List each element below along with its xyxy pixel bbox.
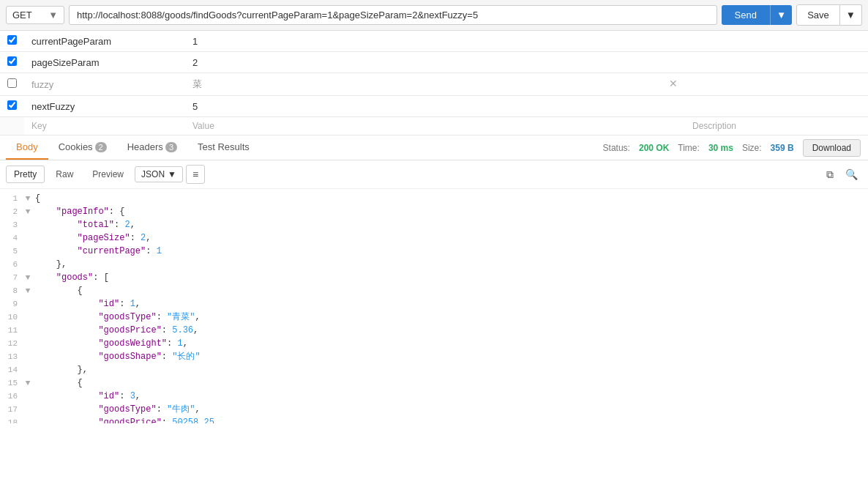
- params-key-header: Key: [24, 117, 185, 136]
- json-line: 2▼ "pageInfo": {: [0, 205, 868, 218]
- save-button[interactable]: Save: [796, 4, 840, 26]
- line-content: "pageInfo": {: [32, 205, 868, 218]
- line-content: "goodsType": "青菜",: [32, 311, 868, 324]
- json-line: 18 "goodsPrice": 50258.25,: [0, 416, 868, 423]
- params-check-cell[interactable]: [0, 73, 24, 96]
- line-content: },: [32, 363, 868, 376]
- line-toggle-icon[interactable]: ▼: [23, 376, 32, 390]
- download-button[interactable]: Download: [803, 139, 861, 157]
- line-number: 18: [0, 416, 23, 423]
- line-number: 16: [0, 390, 23, 403]
- json-line: 3 "total": 2,: [0, 218, 868, 231]
- line-number: 10: [0, 311, 23, 324]
- line-number: 6: [0, 258, 23, 271]
- params-checkbox[interactable]: [7, 35, 17, 45]
- params-row: pageSizeParam 2: [0, 52, 868, 73]
- preview-button[interactable]: Preview: [84, 166, 132, 183]
- line-content: },: [32, 258, 868, 271]
- json-area[interactable]: 1▼{2▼ "pageInfo": {3 "total": 2,4 "pageS…: [0, 189, 868, 423]
- copy-button[interactable]: ⧉: [822, 166, 838, 184]
- params-key-cell: currentPageParam: [24, 31, 185, 52]
- params-checkbox[interactable]: [7, 56, 17, 66]
- params-row: nextFuzzy 5: [0, 96, 868, 117]
- params-key-cell: pageSizeParam: [24, 52, 185, 73]
- line-toggle-icon[interactable]: ▼: [23, 192, 32, 205]
- json-line: 11 "goodsPrice": 5.36,: [0, 324, 868, 337]
- params-key-cell: nextFuzzy: [24, 96, 185, 117]
- time-value: 30 ms: [708, 143, 733, 153]
- line-number: 12: [0, 337, 23, 350]
- response-tab-body[interactable]: Body: [6, 136, 48, 160]
- method-arrow-icon: ▼: [48, 10, 58, 21]
- params-row: currentPageParam 1: [0, 31, 868, 52]
- params-val-cell: 菜✕: [185, 73, 685, 96]
- line-number: 4: [0, 231, 23, 245]
- json-line: 4 "pageSize": 2,: [0, 231, 868, 245]
- json-line: 10 "goodsType": "青菜",: [0, 311, 868, 324]
- delete-param-icon[interactable]: ✕: [669, 78, 678, 89]
- params-check-header: [0, 117, 24, 136]
- json-line: 7▼ "goods": [: [0, 271, 868, 284]
- copy-icon: ⧉: [826, 168, 834, 180]
- params-checkbox[interactable]: [7, 100, 17, 110]
- method-select[interactable]: GET ▼: [6, 6, 64, 24]
- save-dropdown-button[interactable]: ▼: [840, 4, 862, 26]
- line-content: "currentPage": 1: [32, 245, 868, 258]
- tab-badge: 3: [165, 142, 177, 152]
- format-arrow-icon: ▼: [168, 169, 176, 179]
- line-number: 9: [0, 297, 23, 311]
- url-input[interactable]: [69, 5, 717, 25]
- line-content: {: [32, 284, 868, 297]
- response-tab-test-results[interactable]: Test Results: [187, 136, 260, 160]
- format-select[interactable]: JSON ▼: [135, 166, 183, 182]
- wrap-icon: ≡: [192, 168, 198, 180]
- params-row: fuzzy 菜✕: [0, 73, 868, 96]
- response-tab-headers[interactable]: Headers3: [117, 136, 187, 160]
- format-label: JSON: [141, 169, 165, 179]
- params-desc-cell: [685, 31, 868, 52]
- line-toggle-icon[interactable]: ▼: [23, 284, 32, 297]
- json-line: 9 "id": 1,: [0, 297, 868, 311]
- line-content: "goodsShape": "长的": [32, 350, 868, 363]
- params-key-cell: fuzzy: [24, 73, 185, 96]
- params-desc-cell: [685, 73, 868, 96]
- params-checkbox[interactable]: [7, 78, 17, 88]
- line-content: "id": 3,: [32, 390, 868, 403]
- time-label: Time:: [678, 143, 700, 153]
- params-value-header: Value: [185, 117, 685, 136]
- json-line: 17 "goodsType": "牛肉",: [0, 403, 868, 416]
- search-button[interactable]: 🔍: [841, 166, 862, 183]
- raw-button[interactable]: Raw: [48, 166, 81, 183]
- line-number: 7: [0, 271, 23, 284]
- status-label: Status:: [603, 143, 630, 153]
- params-desc-cell: [685, 96, 868, 117]
- method-label: GET: [12, 10, 32, 21]
- line-number: 2: [0, 205, 23, 218]
- line-content: "goodsPrice": 5.36,: [32, 324, 868, 337]
- response-tabs-bar: BodyCookies2Headers3Test Results Status:…: [0, 136, 868, 160]
- view-toolbar: Pretty Raw Preview JSON ▼ ≡ ⧉ 🔍: [0, 160, 868, 189]
- params-val-cell: 5: [185, 96, 685, 117]
- line-toggle-icon[interactable]: ▼: [23, 205, 32, 218]
- line-number: 1: [0, 192, 23, 205]
- save-btn-group: Save ▼: [796, 4, 862, 26]
- response-tab-cookies[interactable]: Cookies2: [48, 136, 117, 160]
- line-toggle-icon[interactable]: ▼: [23, 271, 32, 284]
- send-dropdown-button[interactable]: ▼: [770, 5, 792, 25]
- line-content: {: [32, 192, 868, 205]
- params-check-cell[interactable]: [0, 31, 24, 52]
- params-check-cell[interactable]: [0, 96, 24, 117]
- json-line: 12 "goodsWeight": 1,: [0, 337, 868, 350]
- json-line: 1▼{: [0, 192, 868, 205]
- line-number: 14: [0, 363, 23, 376]
- line-number: 13: [0, 350, 23, 363]
- params-desc-header: Description: [685, 117, 868, 136]
- line-number: 5: [0, 245, 23, 258]
- params-check-cell[interactable]: [0, 52, 24, 73]
- line-number: 15: [0, 376, 23, 390]
- line-content: "goodsPrice": 50258.25,: [32, 416, 868, 423]
- pretty-button[interactable]: Pretty: [6, 166, 45, 183]
- params-table: currentPageParam 1 pageSizeParam 2 fuzzy…: [0, 31, 868, 136]
- wrap-button[interactable]: ≡: [186, 165, 205, 184]
- send-button[interactable]: Send: [722, 5, 770, 25]
